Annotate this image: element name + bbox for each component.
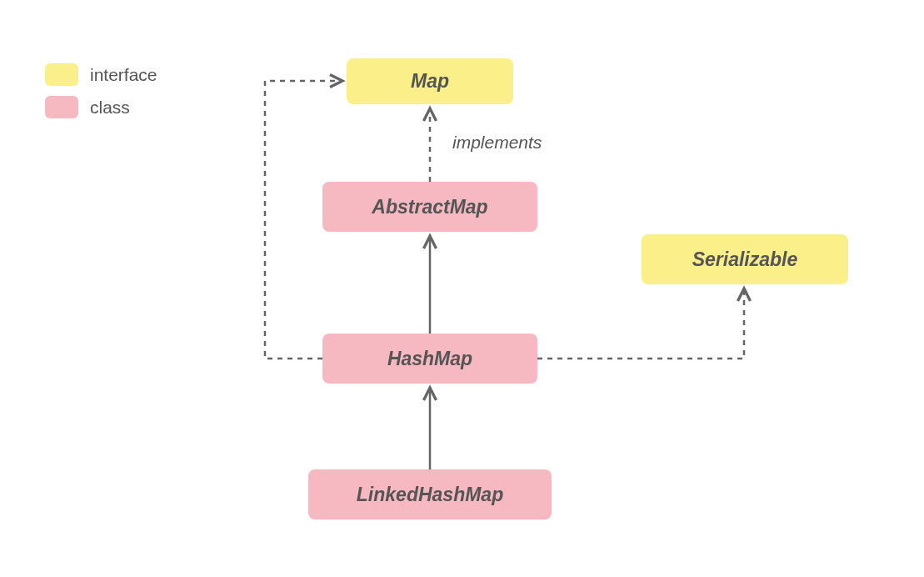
legend-row-class: class — [45, 96, 157, 118]
node-abstractmap: AbstractMap — [322, 182, 537, 232]
node-hashmap-label: HashMap — [387, 348, 472, 370]
edge-label-implements: implements — [452, 133, 542, 153]
node-serializable: Serializable — [642, 234, 848, 284]
node-linkedhashmap-label: LinkedHashMap — [357, 484, 503, 506]
node-abstractmap-label: AbstractMap — [372, 196, 487, 218]
node-map-label: Map — [411, 70, 449, 93]
legend-label-class: class — [90, 98, 130, 118]
node-serializable-label: Serializable — [692, 248, 798, 271]
legend-swatch-class — [45, 96, 78, 118]
edge-hashmap-to-serializable — [537, 288, 744, 359]
node-map: Map — [347, 58, 513, 104]
legend-swatch-interface — [45, 63, 78, 86]
legend-label-interface: interface — [90, 65, 157, 85]
legend: interface class — [45, 63, 157, 128]
legend-row-interface: interface — [45, 63, 157, 86]
node-linkedhashmap: LinkedHashMap — [308, 469, 552, 519]
node-hashmap: HashMap — [322, 334, 537, 384]
